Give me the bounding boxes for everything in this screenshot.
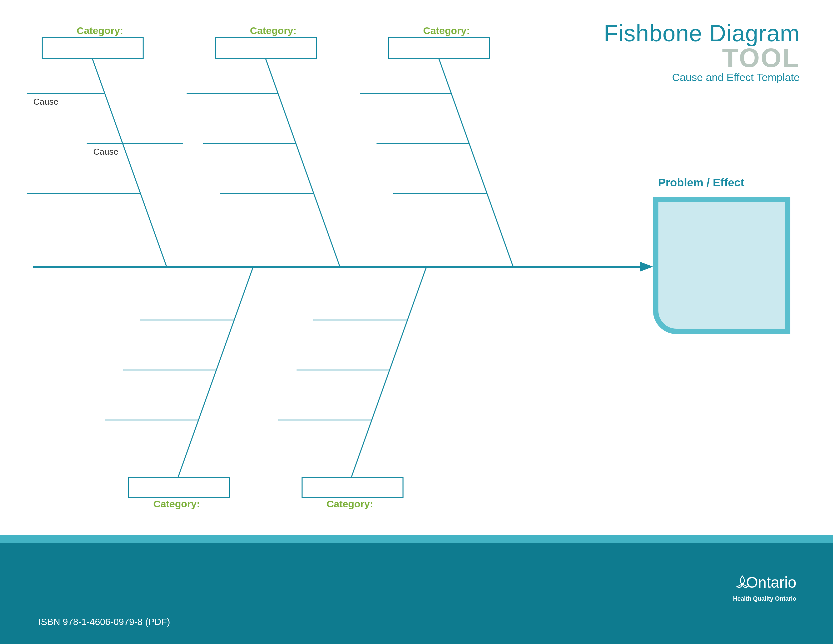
ontario-logo: Ontario Health Quality Ontario [733, 573, 796, 602]
trillium-icon [733, 573, 752, 592]
logo-subtext: Health Quality Ontario [733, 595, 796, 602]
fishbone-lines [0, 0, 833, 533]
cause-label-1: Cause [33, 97, 58, 107]
svg-line-6 [352, 267, 426, 477]
footer-main [0, 543, 833, 644]
category-label-bottom-1: Category: [153, 498, 200, 510]
category-label-top-3: Category: [423, 25, 470, 36]
category-box-top-1[interactable] [42, 37, 144, 59]
category-label-top-2: Category: [250, 25, 297, 36]
category-box-bottom-1[interactable] [128, 477, 230, 498]
svg-line-2 [92, 57, 167, 267]
fishbone-template-page: Fishbone Diagram TOOL Cause and Effect T… [0, 0, 833, 644]
svg-marker-1 [640, 262, 653, 272]
category-label-top-1: Category: [77, 25, 123, 36]
isbn-text: ISBN 978-1-4606-0979-8 (PDF) [38, 617, 170, 627]
category-box-bottom-2[interactable] [302, 477, 404, 498]
category-box-top-3[interactable] [388, 37, 490, 59]
svg-line-3 [265, 57, 340, 267]
logo-name: Ontario [746, 573, 796, 593]
cause-label-2: Cause [93, 147, 118, 157]
category-box-top-2[interactable] [215, 37, 317, 59]
svg-line-5 [178, 267, 253, 477]
svg-line-4 [438, 57, 513, 267]
category-label-bottom-2: Category: [326, 498, 373, 510]
footer-accent-bar [0, 535, 833, 543]
